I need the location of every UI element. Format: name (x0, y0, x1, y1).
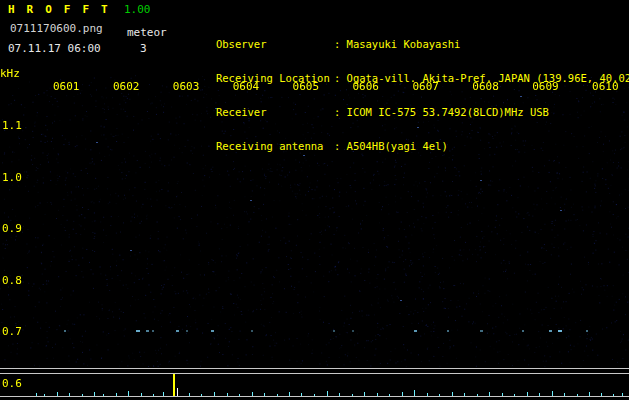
meteor-echo-mark (251, 330, 253, 332)
strip-tick (464, 393, 465, 396)
info-row-observer: Observer: Masayuki Kobayashi (178, 26, 629, 38)
meteor-echo-mark (136, 330, 140, 332)
y-axis-unit-label: kHz (0, 68, 20, 79)
meteor-echo-mark (522, 330, 524, 332)
strip-tick (116, 393, 117, 396)
strip-tick (314, 394, 315, 396)
meteor-echo-count: 3 (140, 43, 147, 54)
meteor-echo-mark (558, 330, 562, 332)
strip-tick (163, 392, 164, 396)
strip-tick (577, 394, 578, 396)
spectrogram-noise-canvas (0, 75, 629, 367)
strip-tick (402, 392, 403, 396)
strip-tick (103, 394, 104, 396)
strip-tick (128, 391, 129, 396)
strip-tick (489, 392, 490, 396)
strip-tick (427, 393, 428, 396)
meteor-echo-mark (586, 330, 588, 332)
strip-tick (414, 390, 415, 396)
x-tick-label-0607: 0607 (412, 81, 439, 92)
noise-dot (560, 210, 562, 211)
strip-tick (564, 393, 565, 396)
meteor-echo-mark (211, 330, 214, 332)
meteor-echo-mark (414, 330, 417, 332)
strip-tick (477, 394, 478, 396)
observer-value: : Masayuki Kobayashi (334, 38, 460, 50)
strip-tick (141, 393, 142, 396)
y-tick-label-1.1: 1.1 (2, 120, 22, 131)
strip-tick (153, 394, 154, 396)
strip-tick (539, 393, 540, 396)
observation-datetime: 07.11.17 06:00 (8, 43, 101, 54)
y-tick-label-0.9: 0.9 (2, 223, 22, 234)
strip-tick (622, 393, 623, 396)
meteor-echo-mark (64, 330, 66, 332)
strip-tick (601, 393, 602, 396)
strip-tick (389, 394, 390, 396)
strip-tick (214, 392, 215, 396)
meteor-echo-mark (186, 330, 188, 332)
meteor-echo-mark (146, 330, 149, 332)
strip-tick (36, 393, 37, 396)
strip-tick (277, 394, 278, 396)
strip-tick (177, 388, 178, 396)
x-tick-label-0609: 0609 (532, 81, 559, 92)
strip-tick (527, 392, 528, 396)
strip-tick (301, 393, 302, 396)
noise-dot (215, 108, 217, 109)
app-version: 1.00 (124, 4, 151, 15)
x-tick-label-0604: 0604 (233, 81, 260, 92)
strip-tick (227, 393, 228, 396)
strip-tick (364, 392, 365, 396)
noise-dot (480, 180, 482, 181)
noise-dot (417, 127, 419, 128)
strip-tick (94, 392, 95, 396)
strip-tick (339, 393, 340, 396)
x-tick-label-0610: 0610 (592, 81, 619, 92)
noise-dot (96, 142, 98, 143)
strip-tick (252, 392, 253, 396)
x-tick-label-0602: 0602 (113, 81, 140, 92)
strip-tick (189, 393, 190, 396)
y-tick-label-0.7: 0.7 (2, 326, 22, 337)
strip-spike (173, 374, 175, 396)
y-tick-label-1.0: 1.0 (2, 172, 22, 183)
strip-tick (613, 394, 614, 396)
x-tick-label-0608: 0608 (472, 81, 499, 92)
strip-tick (69, 393, 70, 396)
y-tick-label-0.8: 0.8 (2, 275, 22, 286)
strip-top-divider (0, 368, 629, 369)
y-tick-label-0.6: 0.6 (2, 378, 22, 389)
noise-dot (520, 96, 522, 97)
strip-tick (352, 394, 353, 396)
strip-tick (44, 394, 45, 396)
app-title: HROFFT (8, 4, 120, 15)
x-tick-label-0601: 0601 (53, 81, 80, 92)
strip-tick (377, 393, 378, 396)
observation-mode-label: meteor (127, 27, 167, 38)
meteor-echo-mark (480, 330, 483, 332)
hrofft-spectrogram-output: HROFFT 1.00 0711170600.png meteor 07.11.… (0, 0, 629, 400)
meteor-echo-mark (352, 330, 354, 332)
strip-tick (239, 394, 240, 396)
x-tick-label-0606: 0606 (353, 81, 380, 92)
strip-tick (514, 394, 515, 396)
x-tick-label-0603: 0603 (173, 81, 200, 92)
strip-tick (589, 392, 590, 396)
strip-tick (439, 394, 440, 396)
meteor-echo-mark (549, 330, 552, 332)
strip-tick (82, 394, 83, 396)
info-row-location: Receiving Location: Ogata-vill. Akita-Pr… (178, 60, 629, 72)
noise-dot (400, 300, 402, 301)
noise-dot (303, 155, 305, 156)
observer-label: Observer (216, 38, 334, 50)
noise-dot (130, 250, 132, 251)
strip-tick (201, 394, 202, 396)
meteor-echo-mark (152, 330, 154, 332)
strip-tick (552, 391, 553, 396)
strip-tick (502, 393, 503, 396)
strip-baseline (0, 396, 629, 397)
strip-tick (264, 393, 265, 396)
meteor-echo-mark (333, 330, 335, 332)
output-filename: 0711170600.png (10, 23, 103, 34)
